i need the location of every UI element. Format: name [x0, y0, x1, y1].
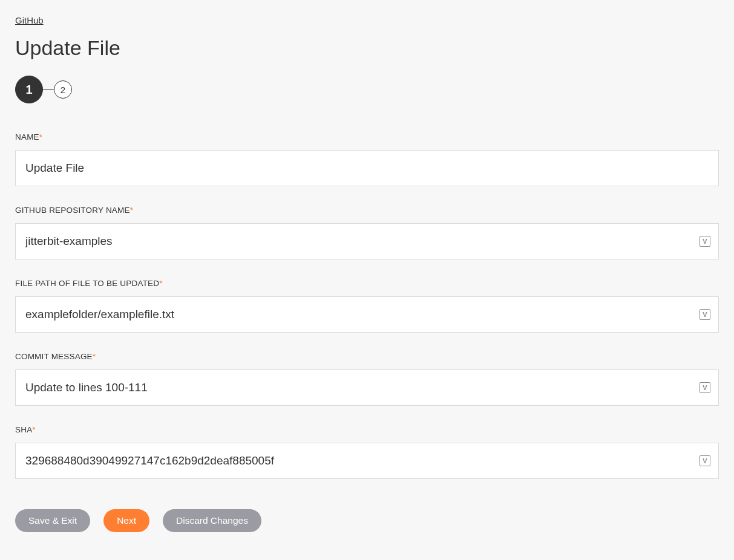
- page-title: Update File: [15, 36, 719, 60]
- required-marker: *: [130, 206, 133, 215]
- save-exit-button[interactable]: Save & Exit: [15, 509, 90, 532]
- discard-changes-button[interactable]: Discard Changes: [163, 509, 261, 532]
- variable-icon[interactable]: V: [700, 236, 710, 247]
- field-path: FILE PATH OF FILE TO BE UPDATED* V: [15, 279, 719, 333]
- variable-icon[interactable]: V: [700, 382, 710, 393]
- name-input[interactable]: [15, 150, 719, 186]
- field-commit: COMMIT MESSAGE* V: [15, 352, 719, 406]
- field-sha: SHA* V: [15, 425, 719, 479]
- field-commit-label: COMMIT MESSAGE*: [15, 352, 719, 361]
- required-marker: *: [93, 352, 96, 361]
- step-2[interactable]: 2: [54, 80, 72, 99]
- commit-input[interactable]: [15, 370, 719, 406]
- step-1[interactable]: 1: [15, 76, 43, 103]
- required-marker: *: [39, 132, 42, 142]
- field-repo-label: GITHUB REPOSITORY NAME*: [15, 206, 719, 215]
- breadcrumb-github[interactable]: GitHub: [15, 15, 44, 25]
- field-path-label: FILE PATH OF FILE TO BE UPDATED*: [15, 279, 719, 288]
- repo-input[interactable]: [15, 223, 719, 259]
- sha-input[interactable]: [15, 443, 719, 479]
- button-row: Save & Exit Next Discard Changes: [15, 509, 719, 532]
- variable-icon[interactable]: V: [700, 455, 710, 466]
- required-marker: *: [159, 279, 162, 288]
- step-indicator: 1 2: [15, 76, 719, 103]
- field-repo: GITHUB REPOSITORY NAME* V: [15, 206, 719, 259]
- variable-icon[interactable]: V: [700, 309, 710, 320]
- field-name: NAME*: [15, 132, 719, 186]
- field-name-label: NAME*: [15, 132, 719, 142]
- path-input[interactable]: [15, 296, 719, 333]
- required-marker: *: [32, 425, 35, 434]
- next-button[interactable]: Next: [103, 509, 149, 532]
- field-sha-label: SHA*: [15, 425, 719, 434]
- step-connector: [43, 90, 54, 90]
